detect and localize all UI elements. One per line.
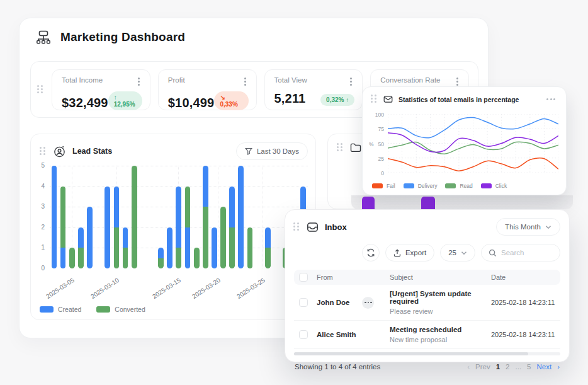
table-row[interactable]: Alice Smith Meeting rescheduled New time… xyxy=(294,321,560,349)
gridline xyxy=(263,166,263,268)
lead-bar-segment-created xyxy=(265,227,271,248)
stat-label: Total View xyxy=(274,76,307,84)
export-button[interactable]: Export xyxy=(385,244,434,261)
lead-bar-segment-converted xyxy=(220,207,226,268)
lead-chart-xticks: 2025-03-052025-03-102025-03-152025-03-20… xyxy=(50,272,308,301)
row-checkbox[interactable] xyxy=(299,298,308,307)
gridline xyxy=(218,166,218,268)
drag-handle-icon[interactable] xyxy=(293,222,300,232)
lead-bar-segment-converted xyxy=(114,227,120,268)
row-actions-icon[interactable] xyxy=(362,297,374,309)
next-button[interactable]: Next xyxy=(537,363,552,371)
lead-bar-segment-created xyxy=(176,187,181,248)
stat-label: Profit xyxy=(168,76,185,84)
funnel-icon xyxy=(245,147,252,155)
lead-bar xyxy=(185,187,191,268)
chevron-down-icon xyxy=(545,225,551,229)
page-2-button[interactable]: 2 xyxy=(506,363,509,371)
ellipsis-menu-icon[interactable] xyxy=(545,96,557,102)
lead-bar-segment-converted xyxy=(265,248,271,268)
kebab-menu-icon[interactable] xyxy=(348,76,354,87)
lead-bar-segment-created xyxy=(52,166,57,268)
search-icon xyxy=(489,249,497,257)
stat-value: $10,499 xyxy=(168,96,215,110)
page-5-button[interactable]: 5 xyxy=(527,363,531,371)
date-filter-button[interactable]: Last 30 Days xyxy=(236,142,308,160)
page-size-value: 25 xyxy=(448,249,456,256)
period-dropdown[interactable]: This Month xyxy=(496,218,560,236)
lead-bar xyxy=(203,166,208,268)
lead-bar-segment-converted xyxy=(132,166,137,268)
prev-chevron-icon[interactable]: ‹ xyxy=(467,363,470,371)
lead-bar xyxy=(265,227,271,268)
lead-bar-segment-created xyxy=(229,187,235,227)
row-checkbox[interactable] xyxy=(299,330,308,339)
stat-label: Conversation Rate xyxy=(380,76,440,84)
lead-bar xyxy=(220,207,226,268)
lead-bar-segment-converted xyxy=(247,227,253,268)
prev-button[interactable]: Prev xyxy=(475,363,490,371)
export-label: Export xyxy=(405,249,426,256)
lead-bar-segment-created xyxy=(212,227,217,268)
lead-bar xyxy=(238,166,244,268)
date-value: 2025-02-18 14:23:11 xyxy=(491,331,560,338)
scrollbar-thumb[interactable] xyxy=(294,352,528,355)
legend-label: Created xyxy=(58,306,81,313)
lead-bar-segment-created xyxy=(185,227,191,268)
legend-chip xyxy=(445,183,456,188)
lead-bar-segment-converted xyxy=(69,248,75,268)
drag-handle-icon[interactable] xyxy=(37,85,44,95)
next-chevron-icon[interactable]: › xyxy=(557,363,560,371)
pagination: ‹ Prev 1 2 ... 5 Next › xyxy=(467,363,560,371)
sitemap-icon xyxy=(35,29,52,45)
y-tick-label: 1 xyxy=(35,244,45,251)
y-tick-label: 0 xyxy=(370,170,384,176)
lead-bar xyxy=(167,227,172,268)
lead-bar-segment-converted xyxy=(203,207,208,268)
table-row[interactable]: John Doe [Urgent] System update required… xyxy=(294,285,560,321)
search-input[interactable] xyxy=(501,249,551,256)
inbox-icon xyxy=(307,222,319,233)
kebab-menu-icon[interactable] xyxy=(454,76,461,87)
lead-bar xyxy=(105,187,110,268)
x-tick-label: 2025-03-25 xyxy=(223,277,266,308)
drag-handle-icon[interactable] xyxy=(337,143,344,152)
y-tick-label: 75 xyxy=(370,126,384,132)
drag-handle-icon[interactable] xyxy=(40,147,47,156)
export-icon xyxy=(393,249,401,257)
lead-bar-segment-converted xyxy=(78,248,84,268)
lead-bar-segment-created xyxy=(78,227,84,248)
inbox-footer: Showing 1 to 4 of 4 entries ‹ Prev 1 2 .… xyxy=(285,355,569,371)
from-name: John Doe xyxy=(317,299,349,306)
entries-summary: Showing 1 to 4 of 4 entries xyxy=(295,363,380,371)
lead-bar xyxy=(132,166,137,268)
email-chart-legend: FailDeliveryReadClick xyxy=(372,183,507,189)
drag-handle-icon[interactable] xyxy=(371,95,378,104)
lead-bar-segment-created xyxy=(238,166,244,268)
page-1-button[interactable]: 1 xyxy=(496,363,500,371)
page-size-dropdown[interactable]: 25 xyxy=(440,244,475,261)
lead-bar-segment-created xyxy=(105,187,110,268)
column-header-from: From xyxy=(317,273,390,281)
refresh-button[interactable] xyxy=(362,244,380,261)
inbox-card: Inbox This Month Export 25 xyxy=(285,209,570,362)
lead-bar xyxy=(194,248,200,268)
trend-badge: ↘ 0,33% xyxy=(214,91,248,110)
legend-item-created: Created xyxy=(40,306,81,313)
refresh-icon xyxy=(366,248,375,257)
y-tick-label: 4 xyxy=(35,183,45,190)
y-tick-label: 3 xyxy=(35,203,45,210)
legend-item-fail: Fail xyxy=(372,183,395,189)
legend-label: Click xyxy=(495,183,507,189)
lead-bar-segment-created xyxy=(60,248,66,268)
select-all-checkbox[interactable] xyxy=(299,273,308,282)
x-tick-label: 2025-03-10 xyxy=(77,277,120,308)
page-title: Marketing Dashboard xyxy=(60,30,185,44)
kebab-menu-icon[interactable] xyxy=(242,76,249,87)
lead-bar xyxy=(176,187,181,268)
lead-bar-segment-converted xyxy=(60,187,66,248)
subject-text: [Urgent] System update required xyxy=(390,290,491,305)
kebab-menu-icon[interactable] xyxy=(135,76,142,87)
lead-bar-segment-created xyxy=(167,227,172,268)
lead-bar-segment-converted xyxy=(176,248,181,268)
